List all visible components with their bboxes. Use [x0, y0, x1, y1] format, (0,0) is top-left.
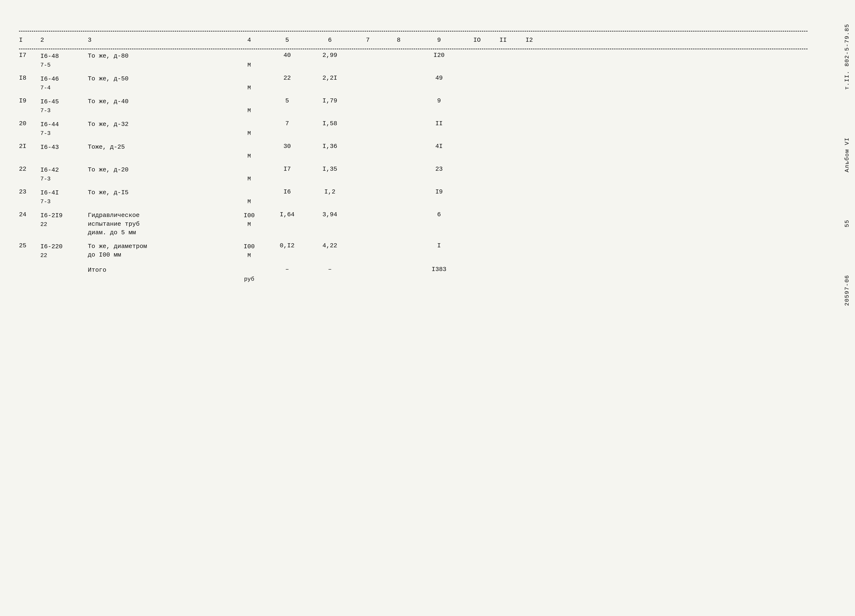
table-row: 24 I6-2I9 22 Гидравлическое испытание тр… — [19, 209, 808, 240]
cell-row21-col5: 30 — [268, 143, 306, 150]
table-row-itogo: Итого руб – – I383 — [19, 263, 808, 286]
cell-row25-col1: 25 — [19, 242, 40, 249]
cell-row19-col6: I,79 — [306, 97, 354, 104]
page: т.II. 802-5-79.85 Альбом VI 55 20597-06 … — [0, 0, 855, 616]
table-body: I7 I6-48 7-5 То же, д-80 М 40 2,99 I20 — [19, 49, 808, 286]
cell-row20-col2: I6-44 7-3 — [40, 120, 88, 138]
cell-row19-col4: М — [230, 97, 268, 115]
cell-row25-col3: То же, диаметром до I00 мм — [88, 242, 230, 259]
cell-itogo-col3: Итого — [88, 266, 230, 274]
cell-row20-col6: I,58 — [306, 120, 354, 127]
cell-row18-col3: То же, д-50 — [88, 75, 230, 83]
cell-row18-col9: 49 — [415, 75, 463, 81]
cell-row23-col5: I6 — [268, 188, 306, 196]
table-row: 20 I6-44 7-3 То же, д-32 М 7 I,58 II — [19, 118, 808, 141]
header-col-4: 4 — [230, 37, 268, 44]
cell-row25-col9: I — [415, 242, 463, 249]
table-row: I7 I6-48 7-5 То же, д-80 М 40 2,99 I20 — [19, 49, 808, 72]
cell-row22-col5: I7 — [268, 165, 306, 173]
content-area: I 2 3 4 5 6 7 8 9 IO II I2 I7 I6-48 7-5 … — [19, 31, 808, 592]
header-col-5: 5 — [268, 37, 306, 44]
side-label-2: Альбом VI — [844, 137, 850, 173]
table-row: 23 I6-4I 7-3 То же, д-I5 М I6 I,2 I9 — [19, 186, 808, 209]
cell-row19-col3: То же, д-40 — [88, 97, 230, 106]
top-divider — [19, 31, 808, 32]
header-col-3: 3 — [88, 36, 230, 44]
cell-row23-col2: I6-4I 7-3 — [40, 188, 88, 206]
cell-row24-col4: I00 М — [230, 211, 268, 229]
cell-row20-col1: 20 — [19, 120, 40, 127]
table-row: 25 I6-220 22 То же, диаметром до I00 мм … — [19, 240, 808, 263]
cell-row21-col2: I6-43 — [40, 143, 88, 152]
cell-row18-col2: I6-46 7-4 — [40, 75, 88, 92]
cell-row22-col3: То же, д-20 — [88, 165, 230, 174]
cell-row17-col2: I6-48 7-5 — [40, 52, 88, 69]
cell-row20-col5: 7 — [268, 120, 306, 127]
cell-row21-col6: I,36 — [306, 143, 354, 150]
cell-row23-col6: I,2 — [306, 188, 354, 196]
table-row: 22 I6-42 7-3 То же, д-20 М I7 I,35 23 — [19, 163, 808, 186]
cell-row22-col2: I6-42 7-3 — [40, 165, 88, 183]
cell-row22-col1: 22 — [19, 165, 40, 173]
header-col-8: 8 — [382, 37, 415, 44]
cell-row17-col1: I7 — [19, 52, 40, 59]
cell-row18-col1: I8 — [19, 75, 40, 81]
cell-row23-col3: То же, д-I5 — [88, 188, 230, 197]
cell-itogo-col5: – — [268, 266, 306, 273]
cell-row24-col5: I,64 — [268, 211, 306, 218]
cell-row17-col4: М — [230, 52, 268, 69]
cell-row25-col6: 4,22 — [306, 242, 354, 249]
cell-row22-col4: М — [230, 165, 268, 183]
side-labels: т.II. 802-5-79.85 Альбом VI 55 20597-06 — [844, 0, 850, 616]
side-label-3: 55 — [844, 220, 850, 228]
header-col-9: 9 — [415, 37, 463, 44]
side-label-4: 20597-06 — [844, 275, 850, 306]
table-row: 2I I6-43 Тоже, д-25 М 30 I,36 4I — [19, 141, 808, 163]
cell-row24-col9: 6 — [415, 211, 463, 218]
header-col-12: I2 — [515, 37, 543, 44]
cell-row22-col6: I,35 — [306, 165, 354, 173]
cell-row25-col2: I6-220 22 — [40, 242, 88, 260]
cell-row18-col6: 2,2I — [306, 75, 354, 81]
cell-row22-col9: 23 — [415, 165, 463, 173]
header-col-7: 7 — [354, 37, 382, 44]
cell-row20-col9: II — [415, 120, 463, 127]
table-row: I9 I6-45 7-3 То же, д-40 М 5 I,79 9 — [19, 95, 808, 118]
cell-row21-col9: 4I — [415, 143, 463, 150]
cell-row18-col5: 22 — [268, 75, 306, 81]
cell-row25-col5: 0,I2 — [268, 242, 306, 249]
cell-row19-col2: I6-45 7-3 — [40, 97, 88, 115]
cell-row21-col1: 2I — [19, 143, 40, 150]
cell-itogo-col9: I383 — [415, 266, 463, 273]
cell-row21-col4: М — [230, 143, 268, 160]
cell-row23-col1: 23 — [19, 188, 40, 196]
header-col-2: 2 — [40, 37, 88, 44]
cell-row25-col4: I00 М — [230, 242, 268, 260]
cell-row17-col5: 40 — [268, 52, 306, 59]
table-header: I 2 3 4 5 6 7 8 9 IO II I2 — [19, 32, 808, 49]
cell-row24-col2: I6-2I9 22 — [40, 211, 88, 229]
cell-row24-col3: Гидравлическое испытание труб диам. до 5… — [88, 211, 230, 237]
cell-row21-col3: Тоже, д-25 — [88, 143, 230, 151]
side-label-1: т.II. 802-5-79.85 — [844, 24, 850, 90]
table-row: I8 I6-46 7-4 То же, д-50 М 22 2,2I 49 — [19, 72, 808, 95]
cell-itogo-col6: – — [306, 266, 354, 273]
cell-row23-col9: I9 — [415, 188, 463, 196]
cell-row24-col6: 3,94 — [306, 211, 354, 218]
cell-row17-col3: То же, д-80 — [88, 52, 230, 60]
cell-row24-col1: 24 — [19, 211, 40, 218]
cell-row17-col9: I20 — [415, 52, 463, 59]
header-col-10: IO — [463, 37, 491, 44]
cell-row19-col1: I9 — [19, 97, 40, 104]
cell-row20-col4: М — [230, 120, 268, 138]
cell-row20-col3: То же, д-32 — [88, 120, 230, 128]
cell-row19-col9: 9 — [415, 97, 463, 104]
cell-row19-col5: 5 — [268, 97, 306, 104]
cell-itogo-col4: руб — [230, 266, 268, 284]
header-col-1: I — [19, 37, 40, 44]
cell-row18-col4: М — [230, 75, 268, 92]
cell-row17-col6: 2,99 — [306, 52, 354, 59]
header-col-11: II — [491, 37, 515, 44]
header-col-6: 6 — [306, 37, 354, 44]
cell-row23-col4: М — [230, 188, 268, 206]
